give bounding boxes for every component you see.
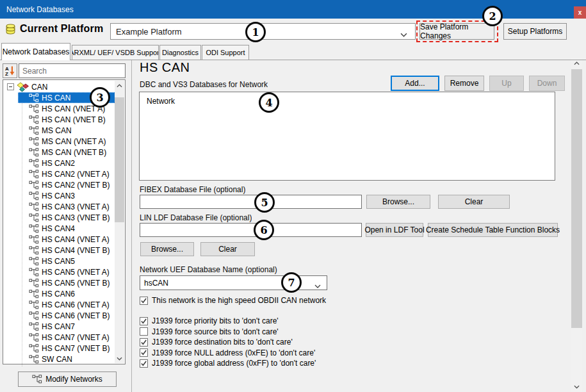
add-button[interactable]: Add... [391, 76, 439, 91]
search-input[interactable] [19, 63, 126, 78]
checkbox-row[interactable]: J1939 force global address (0xFF) to 'do… [140, 358, 316, 369]
tab-diagnostics[interactable]: Diagnostics [159, 45, 201, 60]
collapse-expander-icon[interactable] [7, 83, 14, 90]
tree-item[interactable]: HS CAN6 (VNET B) [18, 310, 115, 321]
modify-networks-button[interactable]: Modify Networks [18, 372, 117, 387]
network-tree[interactable]: CAN HS CAN HS CAN (VNET A) HS CAN (VNET … [3, 79, 126, 364]
tree-scrollbar-thumb[interactable] [115, 97, 124, 222]
network-nodes-icon [32, 375, 42, 384]
fibex-clear-button[interactable]: Clear [438, 195, 510, 209]
tree-item-label: MS CAN (VNET B) [42, 148, 106, 157]
create-schedule-table-function-blocks-button[interactable]: Create Schedule Table Function Blocks [428, 223, 558, 237]
tree-item[interactable]: HS CAN2 [18, 158, 115, 168]
tree-item[interactable]: HS CAN (VNET B) [18, 114, 115, 125]
tree-item-label: HS CAN5 (VNET A) [42, 268, 110, 277]
tree-item[interactable]: HS CAN6 [18, 288, 115, 299]
callout-4: 4 [259, 92, 279, 113]
tree-item[interactable]: HS CAN3 (VNET B) [18, 212, 115, 223]
sort-az-button[interactable]: A Z [3, 63, 17, 78]
setup-platforms-button[interactable]: Setup Platforms [503, 23, 567, 40]
main-scrollbar[interactable] [571, 58, 582, 392]
tree-scrollbar[interactable] [115, 81, 124, 363]
checkbox[interactable] [140, 359, 148, 368]
checkbox[interactable] [140, 338, 148, 347]
svg-text:Z: Z [5, 71, 8, 76]
checkbox-row[interactable]: J1939 force NULL address (0xFE) to 'don'… [140, 348, 316, 359]
chevron-down-icon [400, 29, 407, 39]
network-node-icon [29, 257, 39, 266]
scroll-up-icon[interactable] [115, 81, 124, 90]
remove-button[interactable]: Remove [444, 76, 484, 91]
tab-arxml-uef-vsdb-support[interactable]: ARXML/ UEF/ VSDB Support [72, 45, 159, 60]
callout-2: 2 [482, 6, 503, 26]
checkbox-row[interactable]: J1939 force priority bits to 'don't care… [140, 316, 316, 327]
tree-item-label: HS CAN5 [42, 257, 75, 266]
obdii-network-checkbox[interactable]: This network is the high speed OBDII CAN… [140, 295, 326, 306]
lin-clear-button[interactable]: Clear [200, 242, 255, 256]
tree-item-label: HS CAN7 (VNET B) [42, 344, 110, 353]
tree-item[interactable]: MS CAN [18, 125, 115, 136]
lin-browse-button[interactable]: Browse... [140, 242, 194, 256]
checkbox-row[interactable]: J1939 force source bits to 'don't care' [140, 327, 316, 338]
j1939-group: J1939 force priority bits to 'don't care… [140, 316, 316, 369]
uef-database-name-label: Network UEF Database Name (optional) [140, 265, 277, 274]
tree-item-label: HS CAN7 [42, 322, 75, 331]
tree-item[interactable]: MS CAN (VNET B) [18, 147, 115, 158]
network-node-icon [29, 137, 39, 146]
platform-dropdown-value: Example Platform [116, 27, 182, 37]
open-in-ldf-tool-button[interactable]: Open in LDF Tool [366, 223, 423, 237]
scroll-down-icon[interactable] [115, 354, 124, 363]
close-icon: x [578, 9, 582, 16]
down-button[interactable]: Down [529, 76, 565, 91]
databases-listbox[interactable]: Network [139, 92, 555, 181]
callout-7: 7 [281, 272, 302, 293]
main-scrollbar-thumb[interactable] [571, 69, 582, 328]
network-heading: HS CAN [140, 60, 190, 75]
checkbox[interactable] [140, 327, 148, 336]
up-button[interactable]: Up [489, 76, 524, 91]
save-platform-changes-button[interactable]: Save Platform Changes [419, 23, 494, 40]
tree-root-label: CAN [31, 83, 47, 92]
checkbox[interactable] [140, 317, 148, 325]
checkbox-label: J1939 force priority bits to 'don't care… [152, 316, 279, 325]
tree-item[interactable]: HS CAN7 (VNET B) [18, 343, 115, 354]
network-node-icon [29, 159, 39, 168]
tree-item[interactable]: SW CAN [18, 354, 115, 364]
fibex-file-input[interactable] [140, 195, 362, 209]
tree-item[interactable]: HS CAN2 (VNET B) [18, 179, 115, 190]
network-node-icon [29, 115, 39, 124]
tree-item-label: HS CAN3 (VNET B) [42, 213, 110, 222]
tab-pane-border [0, 60, 586, 60]
network-node-icon [29, 224, 39, 233]
checkbox[interactable] [140, 348, 148, 357]
callout-3: 3 [90, 87, 110, 108]
network-node-icon [29, 279, 39, 288]
checkbox[interactable] [140, 297, 148, 305]
tree-item[interactable]: HS CAN5 (VNET A) [18, 266, 115, 277]
callout-1: 1 [245, 22, 266, 42]
tree-item[interactable]: HS CAN3 (VNET A) [18, 201, 115, 212]
callout-6: 6 [254, 220, 274, 240]
tree-item[interactable]: HS CAN5 (VNET B) [18, 277, 115, 288]
tree-item[interactable]: MS CAN (VNET A) [18, 136, 115, 147]
tree-item[interactable]: HS CAN4 [18, 223, 115, 234]
fibex-browse-button[interactable]: Browse... [366, 195, 430, 209]
tree-item[interactable]: HS CAN6 (VNET A) [18, 299, 115, 310]
tree-item-label: HS CAN3 [42, 192, 75, 200]
tree-item[interactable]: HS CAN4 (VNET B) [18, 245, 115, 256]
checkbox-row[interactable]: J1939 force destination bits to 'don't c… [140, 337, 316, 348]
network-node-icon [29, 344, 39, 353]
tree-item[interactable]: HS CAN4 (VNET A) [18, 234, 115, 245]
tab-network-databases[interactable]: Network Databases [1, 43, 70, 60]
lin-ldf-file-input[interactable] [140, 223, 362, 237]
tree-item[interactable]: HS CAN3 [18, 190, 115, 201]
scroll-down-icon[interactable] [571, 381, 582, 392]
tree-item[interactable]: HS CAN5 [18, 256, 115, 266]
checkbox-label: J1939 force global address (0xFF) to 'do… [152, 359, 316, 368]
tab-odi-support[interactable]: ODI Support [202, 45, 249, 60]
tree-item[interactable]: HS CAN2 (VNET A) [18, 168, 115, 179]
checkmark-icon [140, 297, 147, 304]
tree-item[interactable]: HS CAN7 [18, 321, 115, 332]
close-button[interactable]: x [574, 6, 586, 19]
tree-item[interactable]: HS CAN7 (VNET A) [18, 332, 115, 343]
